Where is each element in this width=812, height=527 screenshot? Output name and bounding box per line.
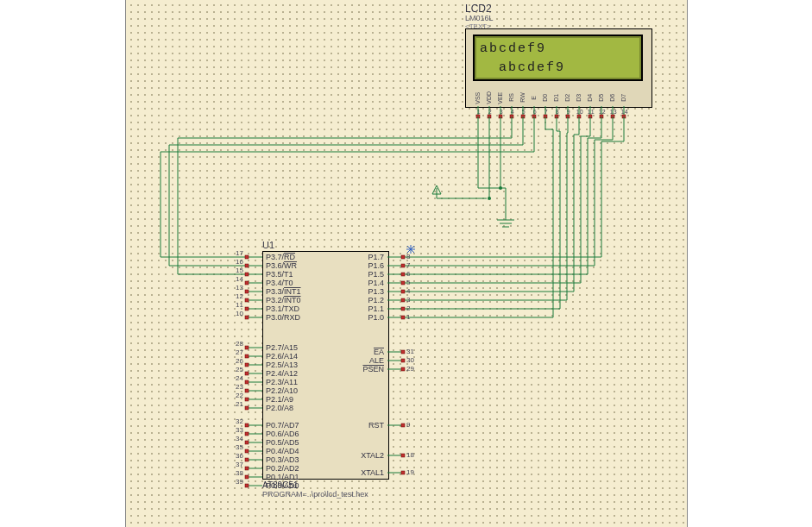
- svg-text:35: 35: [236, 443, 243, 451]
- svg-text:P0.6/AD6: P0.6/AD6: [266, 430, 299, 438]
- svg-rect-102: [245, 281, 249, 285]
- svg-rect-142: [245, 389, 249, 392]
- svg-text:26: 26: [236, 357, 243, 365]
- svg-rect-174: [245, 467, 249, 470]
- svg-text:P1.1: P1.1: [368, 304, 384, 313]
- svg-text:36: 36: [236, 452, 243, 460]
- svg-text:P2.6/A14: P2.6/A14: [266, 352, 298, 361]
- svg-text:P0.5/AD5: P0.5/AD5: [266, 438, 299, 447]
- svg-rect-190: [401, 264, 405, 267]
- svg-rect-146: [245, 398, 249, 401]
- svg-rect-218: [401, 350, 405, 354]
- svg-rect-150: [245, 406, 249, 410]
- svg-text:30: 30: [406, 356, 414, 364]
- svg-text:22: 22: [236, 392, 243, 399]
- svg-text:12: 12: [236, 292, 243, 300]
- svg-point-38: [499, 186, 502, 190]
- svg-text:ALE: ALE: [369, 356, 384, 365]
- svg-rect-94: [245, 264, 249, 267]
- svg-text:PSEN: PSEN: [362, 365, 384, 373]
- svg-text:P0.0/AD0: P0.0/AD0: [266, 481, 299, 490]
- svg-text:9: 9: [406, 421, 411, 429]
- svg-text:P3.0/RXD: P3.0/RXD: [266, 313, 301, 322]
- svg-rect-106: [245, 290, 249, 293]
- svg-rect-198: [401, 281, 405, 285]
- svg-text:25: 25: [236, 366, 243, 373]
- svg-rect-182: [245, 484, 249, 487]
- power-arrow: [432, 185, 487, 198]
- svg-text:21: 21: [236, 400, 243, 408]
- svg-rect-238: [401, 471, 405, 474]
- svg-text:29: 29: [406, 365, 414, 373]
- svg-rect-166: [245, 449, 249, 453]
- svg-rect-134: [245, 372, 249, 375]
- svg-rect-178: [245, 475, 249, 479]
- svg-text:1: 1: [406, 313, 411, 321]
- svg-text:P2.1/A9: P2.1/A9: [266, 395, 293, 404]
- svg-rect-206: [401, 298, 405, 302]
- svg-rect-210: [401, 307, 405, 311]
- svg-text:P0.3/AD3: P0.3/AD3: [266, 455, 299, 464]
- svg-text:P3.7/RD: P3.7/RD: [266, 253, 296, 261]
- svg-text:P3.6/WR: P3.6/WR: [266, 261, 298, 270]
- svg-text:P2.7/A15: P2.7/A15: [266, 343, 298, 352]
- svg-text:P0.1/AD1: P0.1/AD1: [266, 473, 299, 481]
- svg-text:23: 23: [236, 383, 243, 391]
- svg-text:P2.3/A11: P2.3/A11: [266, 378, 298, 386]
- svg-rect-226: [401, 367, 405, 371]
- svg-text:P1.5: P1.5: [368, 270, 384, 279]
- svg-text:2: 2: [406, 304, 411, 312]
- svg-text:RST: RST: [368, 421, 385, 430]
- svg-text:3: 3: [406, 296, 411, 304]
- svg-text:P3.4/T0: P3.4/T0: [266, 279, 293, 287]
- svg-text:14: 14: [236, 275, 243, 283]
- svg-rect-98: [245, 273, 249, 276]
- svg-text:31: 31: [406, 348, 414, 355]
- svg-rect-154: [245, 423, 249, 427]
- svg-rect-234: [401, 454, 405, 457]
- svg-text:18: 18: [406, 451, 414, 459]
- svg-text:P1.7: P1.7: [368, 253, 384, 261]
- svg-text:P3.5/T1: P3.5/T1: [266, 270, 293, 279]
- svg-text:P2.5/A13: P2.5/A13: [266, 361, 298, 369]
- svg-text:37: 37: [236, 461, 243, 468]
- svg-text:P2.0/A8: P2.0/A8: [266, 404, 293, 412]
- svg-text:4: 4: [406, 287, 411, 295]
- svg-text:6: 6: [406, 270, 411, 278]
- svg-rect-130: [245, 363, 249, 367]
- svg-text:P1.0: P1.0: [368, 313, 384, 322]
- svg-text:13: 13: [236, 284, 243, 292]
- svg-text:19: 19: [406, 468, 414, 476]
- svg-rect-122: [245, 346, 249, 349]
- svg-text:P1.4: P1.4: [368, 279, 384, 287]
- svg-text:32: 32: [236, 417, 243, 425]
- svg-text:P2.2/A10: P2.2/A10: [266, 386, 298, 395]
- svg-text:39: 39: [236, 478, 243, 486]
- svg-text:P0.4/AD4: P0.4/AD4: [266, 447, 299, 455]
- ground-symbol: [497, 188, 514, 227]
- schematic-canvas[interactable]: LCD2 LM016L <TEXT> abcdef9 abcdef9 VSSVD…: [125, 0, 688, 527]
- svg-text:XTAL1: XTAL1: [361, 468, 384, 477]
- svg-rect-170: [245, 458, 249, 461]
- svg-rect-126: [245, 354, 249, 358]
- svg-text:P1.6: P1.6: [368, 261, 384, 270]
- svg-rect-158: [245, 432, 249, 436]
- svg-rect-90: [245, 255, 249, 259]
- svg-text:24: 24: [236, 374, 243, 382]
- svg-text:8: 8: [406, 253, 411, 260]
- svg-text:10: 10: [236, 310, 243, 317]
- svg-rect-230: [401, 423, 405, 427]
- svg-text:P3.2/INT0: P3.2/INT0: [266, 296, 301, 304]
- svg-text:11: 11: [236, 301, 243, 309]
- svg-text:33: 33: [236, 426, 243, 434]
- svg-text:P0.2/AD2: P0.2/AD2: [266, 464, 299, 473]
- svg-text:28: 28: [236, 340, 243, 348]
- svg-text:34: 34: [236, 435, 243, 442]
- svg-text:P3.1/TXD: P3.1/TXD: [266, 304, 300, 313]
- svg-text:15: 15: [236, 267, 243, 274]
- svg-text:P2.4/A12: P2.4/A12: [266, 369, 298, 378]
- svg-rect-114: [245, 307, 249, 311]
- svg-text:16: 16: [236, 258, 243, 266]
- svg-text:EA: EA: [374, 348, 384, 356]
- svg-text:P1.3: P1.3: [368, 287, 384, 296]
